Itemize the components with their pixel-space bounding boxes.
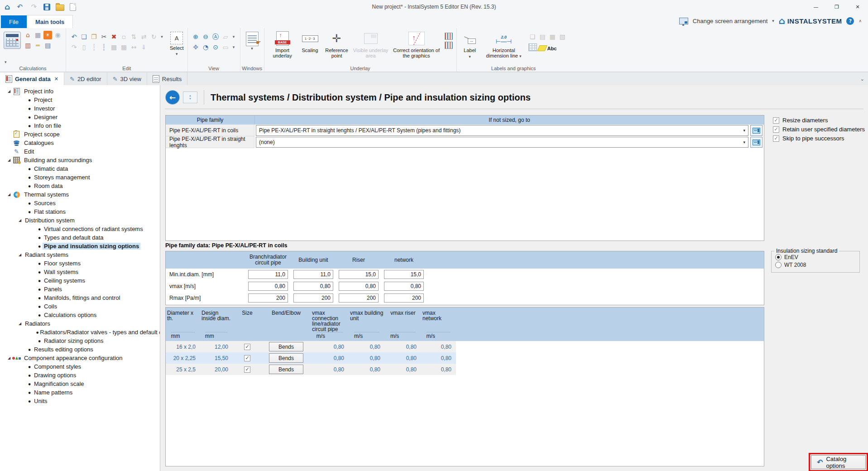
value-input[interactable]: 0,80	[248, 282, 288, 291]
value-input[interactable]: 15,0	[384, 270, 424, 279]
bends-button[interactable]: Bends	[269, 365, 303, 374]
windows-more-icon[interactable]: ▾	[251, 46, 253, 51]
if-not-sized-dropdown[interactable]: Pipe PE-X/AL/PE-RT in straight lenghts /…	[256, 125, 748, 136]
tree-item[interactable]: ●Radiators/Radiator valves - types and d…	[0, 328, 160, 336]
tree-expanded-icon[interactable]: ◢	[5, 89, 13, 93]
minimize-button[interactable]: —	[806, 0, 826, 14]
size-checkbox[interactable]: ✓	[244, 355, 250, 361]
tree-item[interactable]: ●Storeys management	[0, 173, 160, 182]
value-input[interactable]: 0,80	[339, 282, 379, 291]
change-screen-arrangement-button[interactable]: Change screen arrangement	[693, 18, 768, 24]
zoom-window-icon[interactable]: ⊙	[211, 43, 220, 52]
value-input[interactable]: 15,0	[339, 270, 379, 279]
underlay-layers-icon[interactable]	[445, 33, 453, 40]
tree-item[interactable]: ●Project	[0, 96, 160, 104]
scaling-button[interactable]: 1·2·3 Scaling	[300, 31, 321, 53]
house-calculation-icon[interactable]: ⌂	[24, 31, 32, 39]
tree-expanded-icon[interactable]: ◢	[16, 218, 24, 222]
tab-main-tools[interactable]: Main tools	[27, 15, 73, 28]
tree-item[interactable]: ●Panels	[0, 285, 160, 293]
chimney-calculation-icon[interactable]: ▥	[24, 41, 32, 50]
structure-calculation-icon[interactable]: ▦	[34, 31, 42, 39]
new-file-button[interactable]	[70, 3, 76, 11]
view-more2-icon[interactable]: ▾	[231, 43, 236, 52]
value-input[interactable]: 200	[339, 293, 379, 303]
tree-item[interactable]: Catalogues	[0, 139, 160, 147]
windows-list-icon[interactable]: ☛	[246, 32, 259, 46]
tree-item[interactable]: ◢Component appearance configuration	[0, 354, 160, 362]
bends-button[interactable]: Bends	[269, 353, 303, 363]
doc-tab-results[interactable]: Results	[147, 72, 187, 85]
bends-button[interactable]: Bends	[269, 342, 303, 351]
value-input[interactable]: 200	[248, 293, 288, 303]
collapse-ribbon-button[interactable]: ∧	[858, 19, 862, 23]
tree-item[interactable]: ●Component styles	[0, 362, 160, 371]
tab-file[interactable]: File	[1, 15, 27, 28]
zoom-all-icon[interactable]: Ⓐ	[211, 33, 220, 41]
tree-item[interactable]: ◢Radiators	[0, 319, 160, 328]
tree-item[interactable]: ●Coils	[0, 302, 160, 311]
size-checkbox[interactable]: ✓	[244, 366, 250, 373]
checkbox[interactable]: ✓	[773, 126, 779, 133]
tree-item[interactable]: ●Sources	[0, 199, 160, 207]
save-button[interactable]	[43, 4, 50, 10]
value-input[interactable]: 200	[293, 293, 333, 303]
value-input[interactable]: 0,80	[384, 282, 424, 291]
catalog-browse-button[interactable]	[750, 125, 762, 136]
tree-item[interactable]: ●Room data	[0, 182, 160, 190]
tree-item[interactable]: ◢❄Thermal systems	[0, 190, 160, 199]
doc-tab-2d-editor[interactable]: ✎ 2D editor	[64, 72, 107, 85]
doc-tab-3d-view[interactable]: ✎ 3D view	[107, 72, 147, 85]
tree-item[interactable]: ●Name patterns	[0, 388, 160, 397]
radio-button[interactable]	[775, 262, 782, 268]
water-calculation-icon[interactable]: ◉	[53, 31, 62, 39]
back-button[interactable]: ←	[166, 91, 179, 104]
tree-item[interactable]: ◢Project info	[0, 87, 160, 96]
calculations-more-icon[interactable]: ▾	[5, 60, 7, 64]
tree-expanded-icon[interactable]: ◢	[5, 158, 13, 162]
tree-expanded-icon[interactable]: ◢	[16, 322, 24, 326]
tree-item[interactable]: ●Radiator sizing options	[0, 336, 160, 345]
correct-orientation-button[interactable]: Correct orientation of the graphics	[391, 31, 442, 58]
tree-item[interactable]: ●Units	[0, 397, 160, 405]
label-button[interactable]: … Label ▾	[460, 31, 480, 59]
tree-item[interactable]: ●Ceiling systems	[0, 276, 160, 285]
tree-item[interactable]: ●Floor systems	[0, 259, 160, 268]
doc-tab-general-data[interactable]: General data ✕	[0, 72, 64, 85]
open-button[interactable]	[56, 5, 64, 11]
edit-more-icon[interactable]: ▾	[159, 33, 164, 41]
undo-icon[interactable]: ↶	[70, 33, 78, 41]
undo-button[interactable]: ↶	[15, 3, 24, 11]
checkbox[interactable]: ✓	[773, 135, 779, 142]
select-button[interactable]: A Select ▾	[170, 32, 184, 56]
tree-expanded-icon[interactable]: ◢	[5, 356, 13, 360]
tree-item[interactable]: ●Results editing options	[0, 345, 160, 354]
reference-point-button[interactable]: ✛ Reference point	[323, 31, 350, 58]
highlighter-icon[interactable]	[537, 45, 547, 51]
thermal-calculation-icon[interactable]: ☀	[43, 31, 52, 39]
radio-button[interactable]	[775, 254, 782, 260]
value-input[interactable]: 200	[384, 293, 424, 303]
underlay-frame-icon[interactable]	[445, 42, 453, 49]
tree-item[interactable]: ●Investor	[0, 104, 160, 113]
abc-text-button[interactable]: Abc	[547, 46, 557, 51]
tree-item[interactable]: ●Flat stations	[0, 207, 160, 216]
copy-icon[interactable]: ❏	[80, 33, 88, 41]
value-input[interactable]: 11,0	[248, 270, 288, 279]
delete-icon[interactable]: ✖	[110, 33, 118, 41]
tree-item[interactable]: ◢Radiant systems	[0, 250, 160, 259]
zoom-out-icon[interactable]: ⊖	[201, 33, 210, 41]
tab-overflow-chevron[interactable]: ⌄	[860, 72, 868, 85]
restore-button[interactable]: ❐	[826, 0, 847, 14]
tree-item[interactable]: ●Climatic data	[0, 164, 160, 173]
tree-item[interactable]: ●Types and default data	[0, 233, 160, 242]
tree-item[interactable]: ◢Distribution system	[0, 216, 160, 225]
tree-item[interactable]: ●Pipe and insulation sizing options	[0, 242, 160, 250]
value-input[interactable]: 0,80	[293, 282, 333, 291]
tree-item[interactable]: ◢Building and surroundings	[0, 156, 160, 164]
import-underlay-button[interactable]: ↑BASE Import underlay	[268, 31, 297, 58]
zoom-in-icon[interactable]: ⊕	[192, 33, 200, 41]
tree-expanded-icon[interactable]: ◢	[5, 192, 13, 197]
size-checkbox[interactable]: ✓	[244, 344, 250, 350]
zoom-previous-icon[interactable]: ◔	[201, 43, 210, 52]
